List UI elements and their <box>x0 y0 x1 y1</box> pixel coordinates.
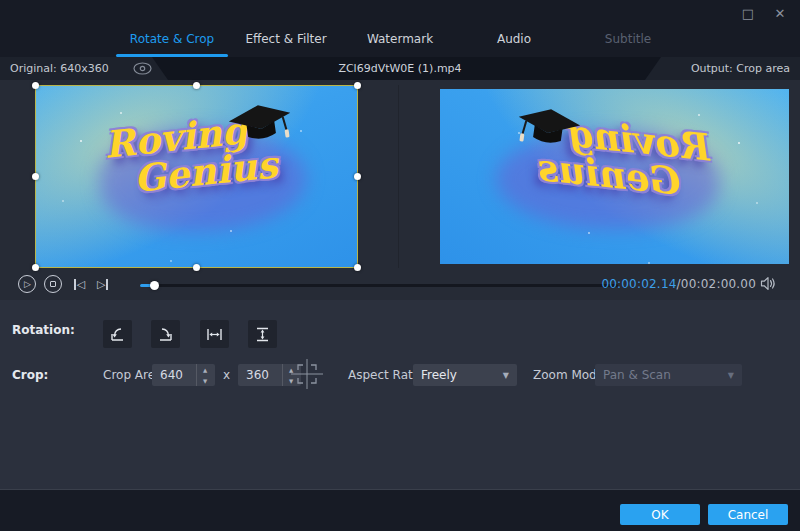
rotate-left-icon <box>109 326 126 343</box>
stop-button[interactable] <box>44 275 62 293</box>
output-mode-tab: Output: Crop area <box>645 57 800 80</box>
prev-frame-icon: ◁ <box>77 278 85 291</box>
next-frame-bar-icon <box>106 279 108 290</box>
aspect-ratio-value: Freely <box>421 368 457 382</box>
timeline-slider[interactable] <box>140 281 618 290</box>
tab-bar: Rotate & Crop Effect & Filter Watermark … <box>115 20 685 57</box>
crop-handle-bottom-right[interactable] <box>354 264 361 271</box>
flip-vertical-icon <box>254 326 271 343</box>
tab-audio[interactable]: Audio <box>457 20 571 57</box>
crop-handle-bottom-left[interactable] <box>32 264 39 271</box>
preview-divider <box>398 85 399 268</box>
zoom-mode-value: Pan & Scan <box>603 368 671 382</box>
crop-handle-top-middle[interactable] <box>193 82 200 89</box>
preview-eye-icon[interactable] <box>133 62 152 78</box>
crop-label: Crop: <box>12 368 48 382</box>
chevron-down-icon: ▼ <box>503 371 509 380</box>
crop-width-input[interactable] <box>152 364 196 386</box>
cancel-button[interactable]: Cancel <box>708 504 788 525</box>
flip-horizontal-icon <box>206 326 223 343</box>
crop-position-icon[interactable] <box>291 359 323 392</box>
rotate-left-button[interactable] <box>103 320 132 348</box>
crop-handle-top-right[interactable] <box>354 82 361 89</box>
crop-handle-middle-right[interactable] <box>354 173 361 180</box>
rotate-right-button[interactable] <box>151 320 180 348</box>
time-display: 00:00:02.14/00:02:00.00 <box>601 277 756 291</box>
aspect-ratio-dropdown[interactable]: Freely ▼ <box>413 364 517 386</box>
maximize-icon[interactable]: □ <box>740 6 756 21</box>
rotation-label: Rotation: <box>12 323 75 337</box>
spin-up-icon[interactable]: ▲ <box>197 364 213 375</box>
crop-selection-frame[interactable] <box>35 85 358 268</box>
next-frame-icon: ▷ <box>97 278 105 291</box>
next-frame-button[interactable]: ▷ <box>97 277 108 291</box>
prev-frame-bar-icon <box>74 279 76 290</box>
file-info-strip: Original: 640x360 ZCl69dVtW0E (1).mp4 Ou… <box>0 57 800 80</box>
close-icon[interactable]: ✕ <box>772 6 788 21</box>
footer-bar: OK Cancel <box>0 489 800 531</box>
spin-down-icon[interactable]: ▼ <box>197 375 213 386</box>
play-icon: ▷ <box>24 279 31 289</box>
flip-vertical-button[interactable] <box>248 320 277 348</box>
volume-icon[interactable] <box>760 276 777 294</box>
flip-horizontal-button[interactable] <box>200 320 229 348</box>
chevron-down-icon: ▼ <box>728 371 734 380</box>
rotate-crop-window: □ ✕ Rotate & Crop Effect & Filter Waterm… <box>0 0 800 531</box>
crop-handle-middle-left[interactable] <box>32 173 39 180</box>
tab-subtitle[interactable]: Subtitle <box>571 20 685 57</box>
video-preview-output: Roving Genius <box>440 89 789 264</box>
tab-effect-filter[interactable]: Effect & Filter <box>229 20 343 57</box>
control-panel: Rotation: <box>0 300 800 489</box>
crop-handle-bottom-middle[interactable] <box>193 264 200 271</box>
timeline-track[interactable] <box>140 284 618 287</box>
timeline-thumb[interactable] <box>150 281 159 290</box>
previous-frame-button[interactable]: ◁ <box>74 277 85 291</box>
original-size-label: Original: 640x360 <box>0 62 119 75</box>
crop-width-spinner: ▲ ▼ <box>196 364 213 386</box>
crop-height-input[interactable] <box>238 364 282 386</box>
title-bar: □ ✕ Rotate & Crop Effect & Filter Waterm… <box>0 0 800 57</box>
zoom-mode-dropdown[interactable]: Pan & Scan ▼ <box>595 364 742 386</box>
stop-icon <box>50 281 56 287</box>
tab-watermark[interactable]: Watermark <box>343 20 457 57</box>
play-button[interactable]: ▷ <box>18 275 36 293</box>
video-frame-output-mirrored: Roving Genius <box>440 89 789 264</box>
tab-rotate-crop[interactable]: Rotate & Crop <box>115 20 229 57</box>
crop-handle-top-left[interactable] <box>32 82 39 89</box>
video-preview-original: Roving Genius <box>35 85 358 268</box>
graduation-cap-graphic <box>510 102 586 160</box>
rotate-right-icon <box>157 326 174 343</box>
current-time: 00:00:02.14 <box>601 277 676 291</box>
ok-button[interactable]: OK <box>620 504 700 525</box>
sparkles <box>738 142 740 144</box>
crop-times-label: x <box>223 368 230 382</box>
total-time: 00:02:00.00 <box>681 277 756 291</box>
output-mode-label: Output: Crop area <box>681 62 800 75</box>
crop-width-field: ▲ ▼ <box>152 364 215 386</box>
